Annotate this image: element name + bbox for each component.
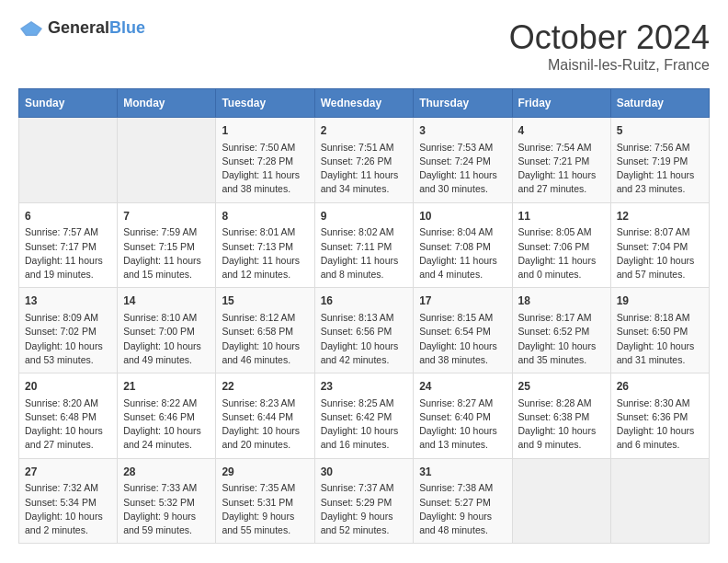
day-number: 1 bbox=[222, 123, 308, 139]
day-info: Sunrise: 8:10 AM Sunset: 7:00 PM Dayligh… bbox=[123, 311, 210, 367]
day-number: 16 bbox=[321, 293, 408, 309]
calendar-cell: 29Sunrise: 7:35 AM Sunset: 5:31 PM Dayli… bbox=[216, 458, 314, 544]
logo-general: General bbox=[48, 18, 109, 37]
calendar-cell: 2Sunrise: 7:51 AM Sunset: 7:26 PM Daylig… bbox=[314, 118, 414, 203]
day-info: Sunrise: 8:09 AM Sunset: 7:02 PM Dayligh… bbox=[25, 311, 111, 367]
day-number: 22 bbox=[222, 379, 308, 395]
day-number: 4 bbox=[518, 123, 605, 139]
calendar-cell bbox=[19, 118, 118, 203]
day-info: Sunrise: 7:53 AM Sunset: 7:24 PM Dayligh… bbox=[419, 141, 506, 197]
calendar-cell: 1Sunrise: 7:50 AM Sunset: 7:28 PM Daylig… bbox=[216, 118, 314, 203]
calendar-cell: 22Sunrise: 8:23 AM Sunset: 6:44 PM Dayli… bbox=[216, 373, 314, 459]
day-number: 2 bbox=[321, 123, 408, 139]
calendar-cell: 20Sunrise: 8:20 AM Sunset: 6:48 PM Dayli… bbox=[19, 373, 118, 459]
day-info: Sunrise: 7:54 AM Sunset: 7:21 PM Dayligh… bbox=[518, 141, 605, 197]
day-info: Sunrise: 7:59 AM Sunset: 7:15 PM Dayligh… bbox=[123, 225, 210, 282]
day-info: Sunrise: 8:28 AM Sunset: 6:38 PM Dayligh… bbox=[518, 396, 605, 453]
calendar-cell: 3Sunrise: 7:53 AM Sunset: 7:24 PM Daylig… bbox=[414, 118, 512, 203]
day-number: 15 bbox=[222, 293, 308, 309]
weekday-header-wednesday: Wednesday bbox=[314, 89, 414, 118]
day-number: 20 bbox=[25, 379, 111, 395]
day-number: 24 bbox=[419, 379, 506, 395]
day-number: 25 bbox=[518, 379, 605, 395]
page-header: GeneralBlue October 2024 Maisnil-les-Rui… bbox=[18, 18, 710, 74]
day-number: 26 bbox=[617, 379, 703, 395]
calendar-week-row: 20Sunrise: 8:20 AM Sunset: 6:48 PM Dayli… bbox=[19, 373, 710, 459]
calendar-cell: 23Sunrise: 8:25 AM Sunset: 6:42 PM Dayli… bbox=[314, 373, 414, 459]
day-info: Sunrise: 8:20 AM Sunset: 6:48 PM Dayligh… bbox=[25, 396, 111, 453]
day-info: Sunrise: 8:07 AM Sunset: 7:04 PM Dayligh… bbox=[617, 225, 703, 282]
day-info: Sunrise: 7:33 AM Sunset: 5:32 PM Dayligh… bbox=[123, 481, 210, 537]
day-number: 30 bbox=[321, 465, 408, 480]
calendar-cell: 31Sunrise: 7:38 AM Sunset: 5:27 PM Dayli… bbox=[414, 458, 512, 544]
day-number: 17 bbox=[419, 293, 506, 309]
day-info: Sunrise: 7:37 AM Sunset: 5:29 PM Dayligh… bbox=[321, 481, 408, 537]
day-number: 11 bbox=[518, 209, 605, 224]
calendar-cell: 26Sunrise: 8:30 AM Sunset: 6:36 PM Dayli… bbox=[610, 373, 709, 459]
weekday-header-sunday: Sunday bbox=[19, 89, 118, 118]
logo-blue: Blue bbox=[109, 18, 145, 37]
day-info: Sunrise: 7:38 AM Sunset: 5:27 PM Dayligh… bbox=[419, 481, 506, 537]
calendar-cell: 10Sunrise: 8:04 AM Sunset: 7:08 PM Dayli… bbox=[414, 202, 512, 288]
calendar-cell: 17Sunrise: 8:15 AM Sunset: 6:54 PM Dayli… bbox=[414, 288, 512, 373]
day-number: 8 bbox=[222, 209, 308, 224]
calendar-cell bbox=[610, 458, 709, 544]
day-number: 6 bbox=[25, 209, 111, 224]
day-number: 12 bbox=[617, 209, 703, 224]
day-info: Sunrise: 7:50 AM Sunset: 7:28 PM Dayligh… bbox=[222, 141, 308, 197]
day-number: 19 bbox=[617, 293, 703, 309]
day-info: Sunrise: 8:17 AM Sunset: 6:52 PM Dayligh… bbox=[518, 311, 605, 367]
day-info: Sunrise: 8:01 AM Sunset: 7:13 PM Dayligh… bbox=[222, 225, 308, 282]
calendar-week-row: 27Sunrise: 7:32 AM Sunset: 5:34 PM Dayli… bbox=[19, 458, 710, 544]
day-number: 5 bbox=[617, 123, 703, 139]
day-number: 13 bbox=[25, 293, 111, 309]
day-info: Sunrise: 8:02 AM Sunset: 7:11 PM Dayligh… bbox=[321, 225, 408, 282]
weekday-header-thursday: Thursday bbox=[414, 89, 512, 118]
day-number: 14 bbox=[123, 293, 210, 309]
logo-icon bbox=[18, 19, 44, 38]
day-info: Sunrise: 8:13 AM Sunset: 6:56 PM Dayligh… bbox=[321, 311, 408, 367]
calendar-cell: 11Sunrise: 8:05 AM Sunset: 7:06 PM Dayli… bbox=[512, 202, 610, 288]
day-number: 28 bbox=[123, 465, 210, 480]
calendar-cell: 12Sunrise: 8:07 AM Sunset: 7:04 PM Dayli… bbox=[610, 202, 709, 288]
day-number: 3 bbox=[419, 123, 506, 139]
calendar-cell: 21Sunrise: 8:22 AM Sunset: 6:46 PM Dayli… bbox=[118, 373, 216, 459]
day-info: Sunrise: 8:25 AM Sunset: 6:42 PM Dayligh… bbox=[321, 396, 408, 453]
calendar-cell: 25Sunrise: 8:28 AM Sunset: 6:38 PM Dayli… bbox=[512, 373, 610, 459]
day-info: Sunrise: 8:15 AM Sunset: 6:54 PM Dayligh… bbox=[419, 311, 506, 367]
calendar-cell: 13Sunrise: 8:09 AM Sunset: 7:02 PM Dayli… bbox=[19, 288, 118, 373]
day-info: Sunrise: 7:56 AM Sunset: 7:19 PM Dayligh… bbox=[617, 141, 703, 197]
month-title: October 2024 bbox=[509, 18, 710, 57]
calendar-week-row: 1Sunrise: 7:50 AM Sunset: 7:28 PM Daylig… bbox=[19, 118, 710, 203]
calendar-cell: 14Sunrise: 8:10 AM Sunset: 7:00 PM Dayli… bbox=[118, 288, 216, 373]
calendar-cell: 8Sunrise: 8:01 AM Sunset: 7:13 PM Daylig… bbox=[216, 202, 314, 288]
day-info: Sunrise: 8:30 AM Sunset: 6:36 PM Dayligh… bbox=[617, 396, 703, 453]
calendar-cell bbox=[118, 118, 216, 203]
calendar-cell: 27Sunrise: 7:32 AM Sunset: 5:34 PM Dayli… bbox=[19, 458, 118, 544]
day-number: 27 bbox=[25, 465, 111, 480]
logo: GeneralBlue bbox=[18, 18, 145, 38]
calendar-cell: 9Sunrise: 8:02 AM Sunset: 7:11 PM Daylig… bbox=[314, 202, 414, 288]
day-number: 10 bbox=[419, 209, 506, 224]
day-info: Sunrise: 8:05 AM Sunset: 7:06 PM Dayligh… bbox=[518, 225, 605, 282]
day-info: Sunrise: 7:32 AM Sunset: 5:34 PM Dayligh… bbox=[25, 481, 111, 537]
day-info: Sunrise: 7:35 AM Sunset: 5:31 PM Dayligh… bbox=[222, 481, 308, 537]
calendar-header-row: SundayMondayTuesdayWednesdayThursdayFrid… bbox=[19, 89, 710, 118]
day-info: Sunrise: 7:51 AM Sunset: 7:26 PM Dayligh… bbox=[321, 141, 408, 197]
title-block: October 2024 Maisnil-les-Ruitz, France bbox=[509, 18, 710, 74]
calendar-cell: 7Sunrise: 7:59 AM Sunset: 7:15 PM Daylig… bbox=[118, 202, 216, 288]
day-number: 23 bbox=[321, 379, 408, 395]
day-number: 9 bbox=[321, 209, 408, 224]
day-info: Sunrise: 8:18 AM Sunset: 6:50 PM Dayligh… bbox=[617, 311, 703, 367]
calendar-cell: 30Sunrise: 7:37 AM Sunset: 5:29 PM Dayli… bbox=[314, 458, 414, 544]
calendar-cell: 16Sunrise: 8:13 AM Sunset: 6:56 PM Dayli… bbox=[314, 288, 414, 373]
calendar-table: SundayMondayTuesdayWednesdayThursdayFrid… bbox=[18, 88, 710, 544]
calendar-cell: 18Sunrise: 8:17 AM Sunset: 6:52 PM Dayli… bbox=[512, 288, 610, 373]
calendar-week-row: 13Sunrise: 8:09 AM Sunset: 7:02 PM Dayli… bbox=[19, 288, 710, 373]
day-info: Sunrise: 8:23 AM Sunset: 6:44 PM Dayligh… bbox=[222, 396, 308, 453]
calendar-cell: 19Sunrise: 8:18 AM Sunset: 6:50 PM Dayli… bbox=[610, 288, 709, 373]
weekday-header-tuesday: Tuesday bbox=[216, 89, 314, 118]
calendar-cell: 15Sunrise: 8:12 AM Sunset: 6:58 PM Dayli… bbox=[216, 288, 314, 373]
calendar-cell: 6Sunrise: 7:57 AM Sunset: 7:17 PM Daylig… bbox=[19, 202, 118, 288]
calendar-cell: 28Sunrise: 7:33 AM Sunset: 5:32 PM Dayli… bbox=[118, 458, 216, 544]
